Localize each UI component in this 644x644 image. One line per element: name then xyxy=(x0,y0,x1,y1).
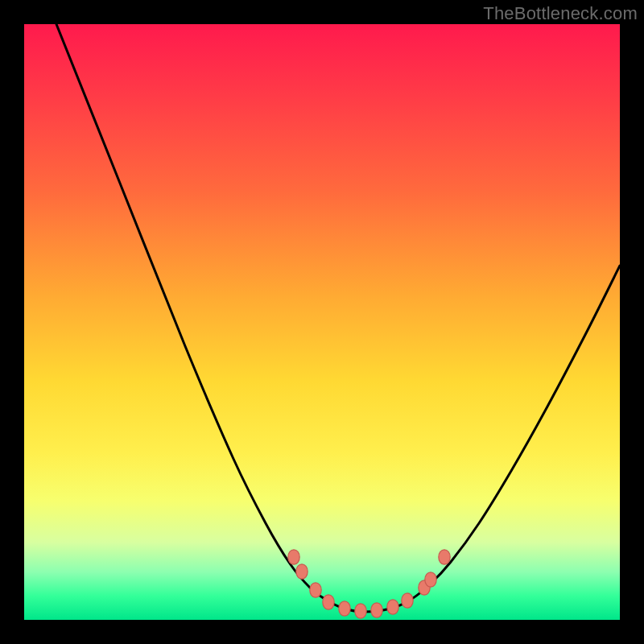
plot-area xyxy=(24,24,620,620)
curve-marker xyxy=(355,604,366,618)
curve-marker xyxy=(387,600,398,614)
curve-marker xyxy=(339,601,350,616)
chart-frame: TheBottleneck.com xyxy=(0,0,644,644)
watermark-text: TheBottleneck.com xyxy=(483,3,638,24)
bottleneck-curve xyxy=(56,24,620,612)
curve-markers xyxy=(288,550,450,618)
curve-marker xyxy=(296,564,308,579)
curve-marker xyxy=(425,572,436,587)
bottleneck-curve-svg xyxy=(24,24,620,620)
curve-marker xyxy=(323,595,334,609)
curve-marker xyxy=(439,550,450,564)
curve-marker xyxy=(402,593,413,608)
curve-marker xyxy=(310,583,321,597)
curve-marker xyxy=(288,550,299,564)
curve-marker xyxy=(371,603,382,617)
